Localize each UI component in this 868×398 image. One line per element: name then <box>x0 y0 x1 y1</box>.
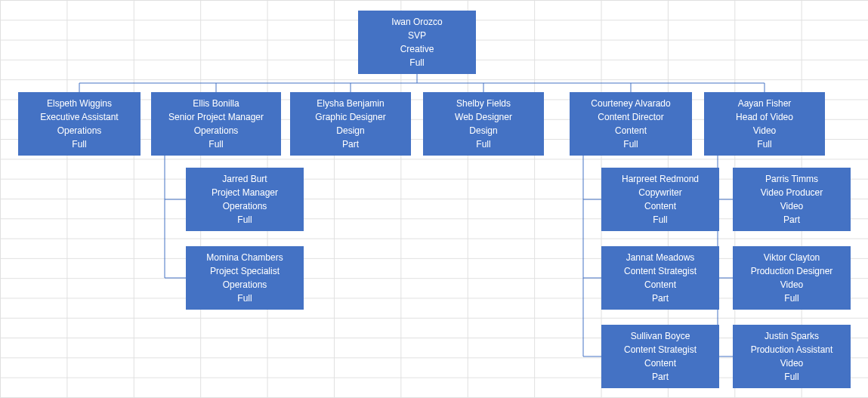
org-node[interactable]: Elspeth WigginsExecutive AssistantOperat… <box>18 92 141 156</box>
org-node-name: Elspeth Wiggins <box>47 97 112 110</box>
org-node[interactable]: Elysha BenjaminGraphic DesignerDesignPar… <box>290 92 411 156</box>
org-node-title: Production Assistant <box>751 343 833 356</box>
org-node[interactable]: Jarred BurtProject ManagerOperationsFull <box>186 168 304 231</box>
org-node-status: Full <box>72 137 86 151</box>
org-node-name: Courteney Alvarado <box>591 97 670 110</box>
org-node-dept: Content <box>644 278 676 292</box>
org-node-name: Viktor Clayton <box>764 251 820 264</box>
org-node-dept: Content <box>644 356 676 370</box>
org-node-title: Senior Project Manager <box>168 110 264 124</box>
org-node-dept: Operations <box>57 124 102 137</box>
org-node[interactable]: Harpreet RedmondCopywriterContentFull <box>601 168 719 231</box>
org-node-status: Full <box>237 292 252 305</box>
org-node[interactable]: Parris TimmsVideo ProducerVideoPart <box>733 168 851 231</box>
org-node-dept: Design <box>336 124 364 137</box>
org-node-title: Web Designer <box>455 110 512 124</box>
org-node-title: Executive Assistant <box>40 110 118 124</box>
org-node[interactable]: Courteney AlvaradoContent DirectorConten… <box>570 92 692 156</box>
org-node-dept: Design <box>469 124 497 137</box>
org-node-name: Aayan Fisher <box>738 97 792 110</box>
org-node-name: Jannat Meadows <box>626 251 695 264</box>
org-node[interactable]: Ellis BonillaSenior Project ManagerOpera… <box>151 92 281 156</box>
org-node-status: Part <box>342 137 359 151</box>
org-node-dept: Video <box>780 278 803 292</box>
org-node-title: Video Producer <box>761 186 823 199</box>
org-node-title: Content Strategist <box>624 343 697 356</box>
org-node-dept: Video <box>753 124 776 137</box>
org-node-title: Head of Video <box>736 110 793 124</box>
org-node-status: Part <box>652 292 669 305</box>
org-node-dept: Operations <box>223 199 267 213</box>
org-node-name: Ellis Bonilla <box>193 97 239 110</box>
org-node[interactable]: Sullivan BoyceContent StrategistContentP… <box>601 325 719 388</box>
org-node-status: Full <box>757 137 771 151</box>
org-node-status: Full <box>409 56 424 69</box>
org-node-dept: Operations <box>194 124 239 137</box>
org-node-name: Jarred Burt <box>222 172 267 186</box>
org-node-name: Justin Sparks <box>765 329 819 343</box>
org-node-status: Full <box>784 292 798 305</box>
org-node-title: Project Specialist <box>210 264 280 278</box>
org-node-dept: Operations <box>223 278 267 292</box>
org-node-title: SVP <box>408 29 426 42</box>
org-node-title: Content Director <box>598 110 663 124</box>
org-node-dept: Video <box>780 199 803 213</box>
org-node-dept: Content <box>615 124 647 137</box>
org-node-name: Harpreet Redmond <box>622 172 699 186</box>
org-node[interactable]: Aayan FisherHead of VideoVideoFull <box>704 92 825 156</box>
org-node-status: Full <box>209 137 223 151</box>
org-node-dept: Video <box>780 356 803 370</box>
org-node[interactable]: Shelby FieldsWeb DesignerDesignFull <box>423 92 544 156</box>
org-node[interactable]: Iwan OrozcoSVPCreativeFull <box>358 11 476 74</box>
org-node-status: Full <box>476 137 490 151</box>
org-node[interactable]: Jannat MeadowsContent StrategistContentP… <box>601 246 719 310</box>
org-node-title: Copywriter <box>638 186 681 199</box>
org-node-status: Part <box>783 213 800 227</box>
org-node[interactable]: Justin SparksProduction AssistantVideoFu… <box>733 325 851 388</box>
org-node-title: Content Strategist <box>624 264 697 278</box>
org-node-name: Sullivan Boyce <box>631 329 690 343</box>
org-node-status: Full <box>237 213 252 227</box>
org-node-title: Graphic Designer <box>315 110 385 124</box>
org-node-status: Full <box>653 213 667 227</box>
org-node-status: Full <box>784 370 798 384</box>
org-node-name: Shelby Fields <box>456 97 511 110</box>
org-node[interactable]: Viktor ClaytonProduction DesignerVideoFu… <box>733 246 851 310</box>
org-node-status: Full <box>623 137 638 151</box>
org-node-dept: Content <box>644 199 676 213</box>
org-node-title: Project Manager <box>212 186 278 199</box>
org-node-name: Parris Timms <box>765 172 818 186</box>
org-node[interactable]: Momina ChambersProject SpecialistOperati… <box>186 246 304 310</box>
org-node-title: Production Designer <box>751 264 833 278</box>
org-node-name: Momina Chambers <box>206 251 283 264</box>
org-node-name: Iwan Orozco <box>391 15 442 29</box>
org-node-status: Part <box>652 370 669 384</box>
org-chart-canvas: Iwan OrozcoSVPCreativeFullElspeth Wiggin… <box>0 0 868 398</box>
org-node-dept: Creative <box>400 42 434 56</box>
org-node-name: Elysha Benjamin <box>317 97 384 110</box>
